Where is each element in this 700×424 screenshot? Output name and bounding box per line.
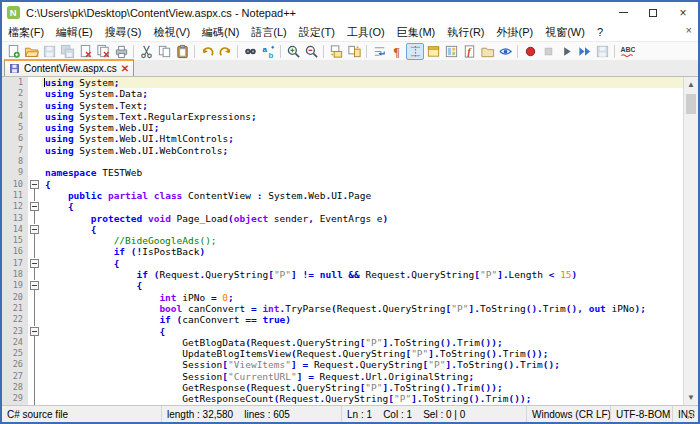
word-wrap-icon[interactable] [370, 43, 388, 60]
svg-text:a: a [262, 44, 267, 53]
print-icon[interactable] [112, 43, 130, 60]
code-text[interactable]: { [41, 224, 683, 235]
code-line-13: 13 protected void Page_Load(object sende… [2, 213, 683, 224]
show-all-characters-icon[interactable]: ¶ [388, 43, 406, 60]
code-text[interactable]: GetResponse(Request.QueryString["P"].ToS… [41, 382, 683, 393]
menu-item-1[interactable]: 編輯(E) [50, 24, 99, 41]
code-line-5: 5using System.Web.UI; [2, 122, 683, 133]
code-text[interactable]: { [41, 258, 683, 269]
menu-item-6[interactable]: 設定(T) [293, 24, 341, 41]
code-text[interactable]: //BideGoogleAds(); [41, 235, 683, 246]
fold-toggle[interactable] [28, 326, 41, 337]
code-text[interactable]: Session["ViewItems"] = Request.QueryStri… [41, 359, 683, 370]
code-text[interactable]: UpdateBlogItemsView(Request.QueryString[… [41, 348, 683, 359]
code-text[interactable]: { [41, 280, 683, 291]
scroll-down-icon[interactable]: ▼ [684, 390, 699, 405]
code-text[interactable]: Session["CurrentURL"] = Request.Url.Orig… [41, 371, 683, 382]
code-text[interactable]: using System.Web.UI.HtmlControls; [41, 133, 683, 144]
menu-item-2[interactable]: 搜尋(S) [99, 24, 148, 41]
code-text[interactable]: int iPNo = 0; [41, 292, 683, 303]
indent-guide-icon[interactable] [406, 43, 424, 60]
resize-grip[interactable] [687, 411, 695, 419]
code-text[interactable]: if (canConvert == true) [41, 314, 683, 325]
code-text[interactable]: if (Request.QueryString["P"] != null && … [41, 269, 683, 280]
code-text[interactable]: { [41, 201, 683, 212]
maximize-button[interactable] [638, 2, 668, 23]
fold-margin [28, 88, 41, 99]
tab-close-icon[interactable]: ✕ [121, 64, 129, 74]
code-text[interactable]: namespace TESTWeb [41, 167, 683, 178]
code-text[interactable]: if (!IsPostBack) [41, 246, 683, 257]
menu-close-icon[interactable]: × [686, 24, 692, 36]
code-text[interactable]: { [41, 326, 683, 337]
menu-item-3[interactable]: 檢視(V) [147, 24, 196, 41]
code-text[interactable]: using System.Text; [41, 100, 683, 111]
menu-item-10[interactable]: 外掛(P) [491, 24, 540, 41]
document-map-icon[interactable] [442, 43, 460, 60]
close-button[interactable]: × [668, 2, 698, 23]
code-text[interactable]: GetResponseCount(Request.QueryString["P"… [41, 393, 683, 404]
sync-horizontal-icon[interactable] [345, 43, 363, 60]
scrollbar-thumb[interactable] [686, 94, 696, 114]
zoom-out-icon[interactable] [302, 43, 320, 60]
function-list-icon[interactable]: f [460, 43, 478, 60]
code-text[interactable]: GetBlogData(Request.QueryString["P"].ToS… [41, 337, 683, 348]
menu-item-11[interactable]: 視窗(W) [539, 24, 591, 41]
svg-text:ABC: ABC [620, 46, 635, 53]
macro-play-icon[interactable] [557, 43, 575, 60]
fold-toggle[interactable] [28, 201, 41, 212]
menu-item-0[interactable]: 檔案(F) [2, 24, 50, 41]
vertical-scrollbar[interactable]: ▲ ▼ [683, 77, 698, 405]
code-text[interactable]: protected void Page_Load(object sender, … [41, 213, 683, 224]
fold-toggle[interactable] [28, 280, 41, 291]
status-eol-format: Windows (CR LF) [527, 406, 611, 422]
folder-as-workspace-icon[interactable] [478, 43, 496, 60]
cut-icon[interactable] [137, 43, 155, 60]
menu-item-12[interactable]: ? [591, 25, 609, 39]
tab-contentview[interactable]: ContentView.aspx.cs ✕ [4, 59, 134, 76]
fold-toggle[interactable] [28, 179, 41, 190]
code-text[interactable]: bool canConvert = int.TryParse(Request.Q… [41, 303, 683, 314]
fold-toggle[interactable] [28, 258, 41, 269]
user-define-dialog-icon[interactable] [424, 43, 442, 60]
fold-toggle[interactable] [28, 224, 41, 235]
redo-icon[interactable] [216, 43, 234, 60]
zoom-in-icon[interactable] [284, 43, 302, 60]
menu-item-7[interactable]: 工具(O) [341, 24, 391, 41]
menu-item-4[interactable]: 編碼(N) [196, 24, 245, 41]
code-text[interactable]: using System.Web.UI; [41, 122, 683, 133]
code-text[interactable] [41, 156, 683, 167]
save-icon[interactable] [40, 43, 58, 60]
macro-record-icon[interactable] [521, 43, 539, 60]
minimize-button[interactable] [608, 2, 638, 23]
new-file-icon[interactable] [4, 43, 22, 60]
menu-item-8[interactable]: 巨集(M) [391, 24, 442, 41]
code-text[interactable]: using System; [41, 77, 683, 88]
code-text[interactable]: using System.Text.RegularExpressions; [41, 111, 683, 122]
code-text[interactable]: using System.Data; [41, 88, 683, 99]
find-icon[interactable] [241, 43, 259, 60]
code-view[interactable]: 1using System;2using System.Data;3using … [2, 77, 683, 405]
line-number: 13 [2, 213, 28, 224]
sync-vertical-icon[interactable] [327, 43, 345, 60]
open-file-icon[interactable] [22, 43, 40, 60]
macro-run-multiple-icon[interactable] [575, 43, 593, 60]
macro-stop-icon[interactable] [539, 43, 557, 60]
monitoring-icon[interactable] [496, 43, 514, 60]
undo-icon[interactable] [198, 43, 216, 60]
copy-icon[interactable] [155, 43, 173, 60]
menu-item-9[interactable]: 執行(R) [441, 24, 490, 41]
spell-check-icon[interactable]: ABC [618, 43, 636, 60]
code-text[interactable]: { [41, 179, 683, 190]
replace-icon[interactable]: ab [259, 43, 277, 60]
scrollbar-track[interactable] [684, 92, 698, 390]
code-text[interactable]: public partial class ContentView : Syste… [41, 190, 683, 201]
paste-icon[interactable] [173, 43, 191, 60]
macro-save-icon[interactable] [593, 43, 611, 60]
scroll-up-icon[interactable]: ▲ [684, 77, 699, 92]
close-all-icon[interactable] [94, 43, 112, 60]
save-all-icon[interactable] [58, 43, 76, 60]
menu-item-5[interactable]: 語言(L) [245, 24, 292, 41]
code-text[interactable]: using System.Web.UI.WebControls; [41, 145, 683, 156]
close-file-icon[interactable] [76, 43, 94, 60]
